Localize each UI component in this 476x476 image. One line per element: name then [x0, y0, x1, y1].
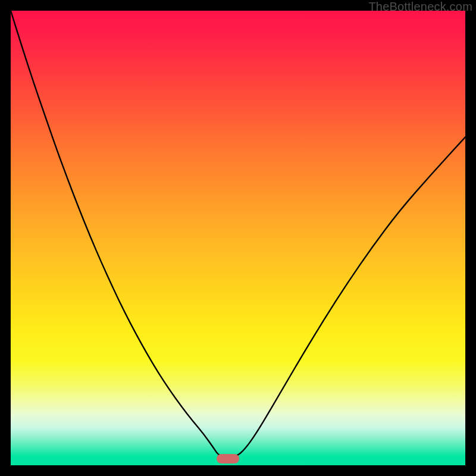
chart-frame: TheBottleneck.com — [0, 0, 476, 476]
plot-area — [11, 11, 465, 465]
watermark-text: TheBottleneck.com — [368, 0, 472, 14]
optimum-marker — [217, 454, 239, 464]
background-gradient — [11, 11, 465, 465]
